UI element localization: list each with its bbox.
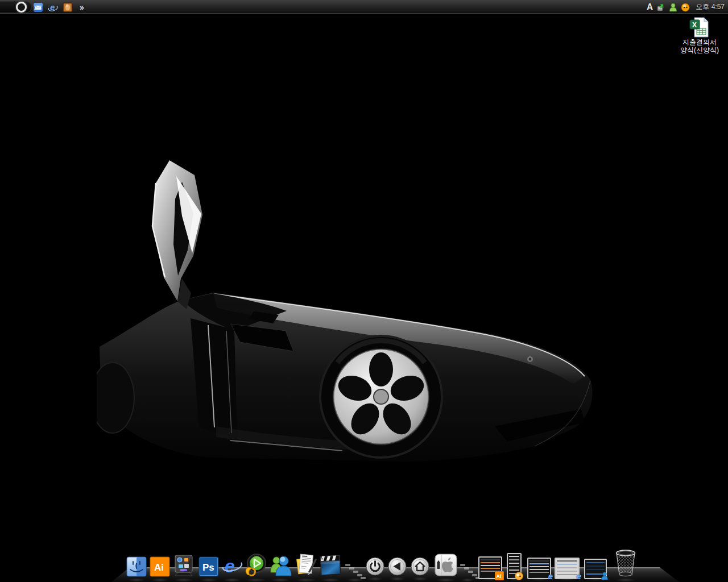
svg-text:e: e	[225, 556, 235, 576]
dock-window-internet-explorer[interactable]: e	[527, 558, 551, 579]
overflow-chevron[interactable]: »	[80, 3, 84, 12]
back-arrow-icon	[388, 557, 407, 576]
dock-adobe-photoshop[interactable]: Ps	[198, 556, 219, 579]
power-icon	[366, 557, 384, 576]
system-tray: A 오후 4:57	[647, 0, 725, 14]
finder-icon	[126, 556, 147, 577]
dock-documents-pen[interactable]	[294, 553, 318, 579]
dock-msn-messenger[interactable]	[269, 554, 292, 579]
ie-badge-icon: e	[548, 572, 553, 580]
tray-clock[interactable]: 오후 4:57	[696, 2, 725, 12]
ime-indicator[interactable]: A	[647, 2, 653, 13]
dock-adobe-illustrator[interactable]: Ai	[150, 556, 170, 579]
green-media-player-office-icon	[244, 553, 268, 577]
dock-finder[interactable]	[126, 556, 147, 579]
apple-box-icon	[434, 553, 458, 577]
dock-back-button[interactable]	[388, 557, 407, 578]
safely-remove-hardware-icon[interactable]	[656, 3, 665, 12]
outlook-express-icon[interactable]	[33, 2, 43, 13]
dock-trash[interactable]	[614, 548, 638, 579]
dock-window-internet-explorer-2[interactable]: e	[555, 558, 580, 579]
documents-pen-icon	[294, 553, 318, 577]
ie-badge-icon: e	[577, 572, 581, 580]
internet-explorer-icon[interactable]: e	[48, 2, 58, 13]
dock-home-button[interactable]	[411, 557, 429, 578]
dock-separator	[460, 562, 475, 579]
mascot-badge-icon	[515, 572, 523, 580]
trash-empty-icon	[614, 548, 638, 577]
svg-text:Ai: Ai	[497, 573, 502, 579]
desktop-icon-label-line1: 지출결의서	[682, 38, 717, 46]
desktop-icon-label-line2: 양식(신양식)	[680, 46, 719, 54]
front-wheel	[320, 336, 442, 458]
dock-window-buddy-list[interactable]	[507, 553, 522, 579]
dock-movie-clapper[interactable]	[319, 554, 342, 579]
messenger-online-buddy-icon[interactable]	[669, 3, 677, 12]
glass-showcase-icon	[172, 554, 195, 577]
adobe-illustrator-icon: Ai	[150, 556, 170, 577]
ring-orb-icon	[16, 2, 27, 13]
illustrator-badge-icon: Ai	[495, 571, 504, 580]
scissor-door	[152, 160, 202, 309]
desktop-screen: e » A	[0, 0, 728, 582]
dock-window-illustrator[interactable]: Ai	[478, 556, 502, 579]
dock-glass-showcase[interactable]	[172, 554, 195, 579]
dock: Ai Ps	[108, 547, 682, 579]
smiley-agent-icon[interactable]	[681, 3, 690, 12]
desktop-icon-excel-document[interactable]: X 지출결의서 양식(신양식)	[672, 16, 727, 54]
quick-launch: e »	[33, 0, 84, 14]
dock-internet-explorer[interactable]: e	[221, 555, 243, 579]
msn-messenger-icon	[269, 554, 292, 577]
dock-green-media-player[interactable]	[244, 553, 268, 579]
messenger-person-badge-icon	[601, 572, 609, 580]
home-icon	[411, 557, 429, 576]
dock-apple-box[interactable]	[434, 553, 458, 579]
picture-viewer-icon[interactable]	[63, 2, 73, 13]
dock-window-messenger[interactable]	[584, 559, 607, 579]
excel-document-icon: X	[689, 16, 710, 38]
wallpaper-lamborghini	[97, 159, 609, 500]
dock-power-button[interactable]	[366, 557, 384, 578]
internet-explorer-icon: e	[221, 555, 243, 577]
svg-text:Ps: Ps	[202, 562, 214, 573]
svg-text:Ai: Ai	[154, 562, 164, 573]
start-orb-button[interactable]	[0, 1, 32, 13]
svg-text:X: X	[692, 21, 697, 29]
top-menu-bar: e » A	[0, 0, 728, 15]
movie-clapper-icon	[319, 554, 342, 577]
dock-separator	[345, 562, 365, 579]
adobe-photoshop-icon: Ps	[198, 556, 219, 577]
